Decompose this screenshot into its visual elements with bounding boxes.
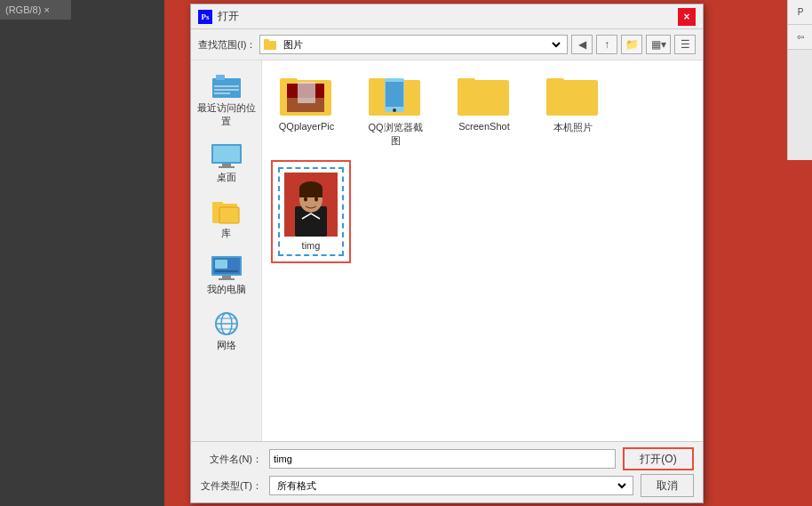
selected-file-area: timg <box>271 160 351 263</box>
up-icon: ↑ <box>604 38 609 51</box>
ps-tab-label: (RGB/8) × <box>5 4 50 15</box>
right-sidebar: P ⇦ <box>787 0 812 160</box>
file-grid: QQplayerPic QQ浏览器截图 <box>262 60 703 441</box>
svg-rect-18 <box>215 260 227 269</box>
filetype-select[interactable]: 所有格式 <box>274 479 629 492</box>
toolbar-new-folder-button[interactable]: 📁 <box>621 35 642 54</box>
svg-rect-9 <box>219 166 235 168</box>
filename-input-wrapper[interactable] <box>269 449 616 469</box>
folder-screenshot[interactable]: ScreenShot <box>449 69 520 151</box>
sidebar-icon-2[interactable]: ⇦ <box>788 25 812 50</box>
screenshot-label: ScreenShot <box>458 121 509 132</box>
dialog-toolbar: 查找范围(I)： 图片 ◀ ↑ 📁 ▦▾ ☰ <box>191 29 703 60</box>
file-name-label: timg <box>302 240 321 251</box>
svg-rect-2 <box>212 78 241 98</box>
files-row: timg <box>271 160 694 263</box>
svg-rect-39 <box>546 78 564 85</box>
dialog-close-button[interactable]: × <box>678 8 696 26</box>
dialog-bottom-bar: 文件名(N)： 打开(O) 文件类型(T)： 所有格式 取消 <box>191 441 703 502</box>
filename-input[interactable] <box>274 454 611 464</box>
nav-item-library[interactable]: 库 <box>205 195 248 244</box>
svg-rect-34 <box>386 82 403 107</box>
svg-point-35 <box>393 108 396 112</box>
nav-desktop-icon <box>211 142 243 169</box>
folder-localphoto[interactable]: 本机照片 <box>537 69 609 151</box>
sidebar-icon-1-symbol: P <box>798 7 804 17</box>
svg-rect-6 <box>214 92 230 94</box>
filetype-row: 文件类型(T)： 所有格式 取消 <box>200 474 694 497</box>
timg-photo-svg <box>284 173 338 237</box>
location-dropdown[interactable]: 图片 <box>259 35 568 54</box>
sidebar-icon-2-symbol: ⇦ <box>797 32 804 42</box>
svg-rect-10 <box>213 146 240 162</box>
svg-rect-32 <box>369 78 386 85</box>
cancel-button[interactable]: 取消 <box>641 474 694 497</box>
svg-point-45 <box>304 197 307 202</box>
nav-item-mycomputer[interactable]: 我的电脑 <box>202 251 251 300</box>
toolbar-location-label: 查找范围(I)： <box>198 38 256 52</box>
toolbar-view-button[interactable]: ▦▾ <box>646 35 671 54</box>
toolbar-up-button[interactable]: ↑ <box>596 35 617 54</box>
nav-mycomputer-label: 我的电脑 <box>207 283 246 296</box>
toolbar-detail-button[interactable]: ☰ <box>674 35 696 54</box>
folder-qqbrowsecap[interactable]: QQ浏览器截图 <box>360 69 431 151</box>
photoshop-taskbar: (RGB/8) × <box>0 0 164 506</box>
selected-file-item[interactable]: timg <box>278 167 344 256</box>
filetype-label: 文件类型(T)： <box>200 479 262 493</box>
svg-rect-19 <box>215 270 238 272</box>
dialog-title: 打开 <box>218 9 239 24</box>
qqbrowsecap-label: QQ浏览器截图 <box>363 121 427 148</box>
detail-icon: ☰ <box>681 38 690 51</box>
ps-logo-icon: Ps <box>198 10 212 24</box>
dialog-titlebar: Ps 打开 × <box>191 4 703 29</box>
folder-row: QQplayerPic QQ浏览器截图 <box>271 69 694 151</box>
open-button[interactable]: 打开(O) <box>623 447 694 470</box>
svg-rect-13 <box>219 207 239 223</box>
nav-network-icon <box>211 310 243 337</box>
localphoto-label: 本机照片 <box>553 121 593 134</box>
sidebar-icon-1[interactable]: P <box>788 0 812 25</box>
open-button-label: 打开(O) <box>640 452 676 467</box>
view-icon: ▦▾ <box>651 38 666 51</box>
svg-rect-37 <box>458 78 475 85</box>
nav-item-recent[interactable]: 最近访问的位置 <box>191 69 261 132</box>
file-thumbnail <box>284 173 338 237</box>
folder-small-icon <box>264 39 276 50</box>
filetype-select-wrapper[interactable]: 所有格式 <box>269 476 633 495</box>
nav-library-icon <box>211 198 243 225</box>
filename-label: 文件名(N)： <box>200 453 262 466</box>
nav-mycomputer-icon <box>211 254 243 281</box>
nav-library-label: 库 <box>221 227 231 240</box>
new-folder-icon: 📁 <box>625 38 639 51</box>
svg-rect-5 <box>214 89 239 91</box>
nav-item-desktop[interactable]: 桌面 <box>205 139 248 188</box>
nav-recent-label: 最近访问的位置 <box>196 101 256 128</box>
folder-qqplayerpic[interactable]: QQplayerPic <box>271 69 342 151</box>
localphoto-folder-icon <box>546 73 600 117</box>
titlebar-left: Ps 打开 <box>198 9 239 24</box>
qqbrowsecap-folder-icon <box>369 73 422 117</box>
ps-document-tab[interactable]: (RGB/8) × <box>0 0 71 20</box>
svg-rect-44 <box>299 189 322 197</box>
svg-rect-1 <box>264 39 269 43</box>
left-navigation: 最近访问的位置 桌面 <box>191 60 262 441</box>
back-icon: ◀ <box>578 38 586 51</box>
file-open-dialog: Ps 打开 × 查找范围(I)： 图片 ◀ ↑ 📁 ▦▾ ☰ <box>190 4 704 503</box>
svg-rect-30 <box>298 82 315 103</box>
cancel-button-label: 取消 <box>657 478 678 494</box>
svg-rect-16 <box>219 278 235 280</box>
svg-point-46 <box>314 197 318 202</box>
screenshot-folder-icon <box>458 73 511 117</box>
nav-recent-icon <box>211 73 243 100</box>
svg-rect-4 <box>214 85 239 87</box>
svg-rect-3 <box>216 75 225 80</box>
nav-item-network[interactable]: 网络 <box>205 307 248 356</box>
toolbar-back-button[interactable]: ◀ <box>571 35 593 54</box>
filename-row: 文件名(N)： 打开(O) <box>200 447 694 470</box>
svg-rect-12 <box>212 202 223 205</box>
nav-network-label: 网络 <box>217 339 236 352</box>
qqplayerpic-label: QQplayerPic <box>279 121 334 132</box>
dialog-main-content: 最近访问的位置 桌面 <box>191 60 703 441</box>
location-select[interactable]: 图片 <box>280 38 563 51</box>
nav-desktop-label: 桌面 <box>217 171 236 184</box>
